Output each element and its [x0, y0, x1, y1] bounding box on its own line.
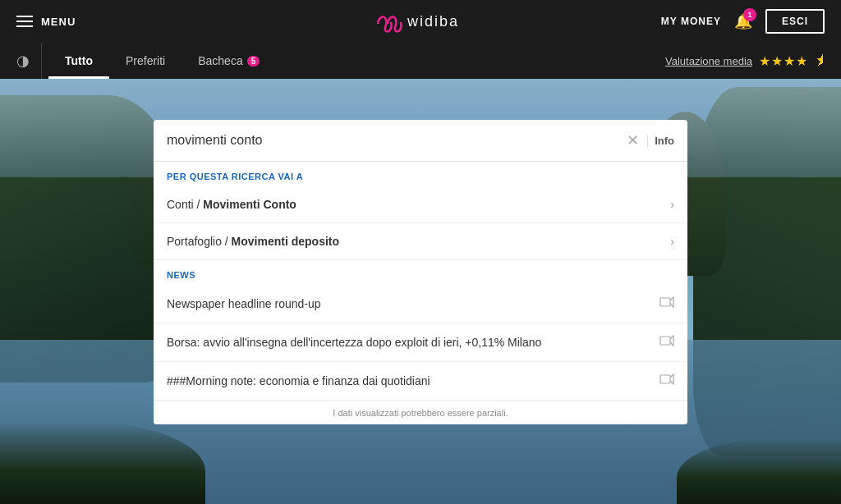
top-nav-right: MY MONEY 🔔 1 ESCI — [661, 9, 825, 34]
news-item-1[interactable]: Newspaper headline round-up — [154, 285, 687, 323]
news-share-icon-1 — [659, 296, 674, 312]
nav-result-portafoglio[interactable]: Portafoglio / Movimenti deposito › — [154, 223, 687, 260]
news-item-3[interactable]: ###Morning note: economia e finanza dai … — [154, 362, 687, 401]
search-overlay: ✕ Info PER QUESTA RICERCA VAI A Conti / … — [154, 120, 687, 424]
nav-result-conti[interactable]: Conti / Movimenti Conto › — [154, 186, 687, 223]
tab-preferiti[interactable]: Preferiti — [109, 43, 182, 79]
bacheca-badge: 5 — [247, 56, 260, 66]
nav-result-conti-text: Conti / Movimenti Conto — [167, 198, 670, 211]
tab-tutto[interactable]: Tutto — [48, 43, 109, 79]
news-item-2[interactable]: Borsa: avvio all'insegna dell'incertezza… — [154, 323, 687, 362]
search-results-panel: PER QUESTA RICERCA VAI A Conti / Movimen… — [154, 162, 687, 424]
stars-display: ★★★★ — [759, 53, 808, 69]
menu-button[interactable] — [16, 16, 33, 27]
news-share-icon-2 — [659, 334, 674, 351]
my-money-link[interactable]: MY MONEY — [661, 16, 721, 27]
logo: widiba — [371, 8, 470, 34]
secondary-navigation: ◑ Tutto Preferiti Bacheca 5 Valutazione … — [0, 43, 841, 79]
tab-bacheca[interactable]: Bacheca 5 — [182, 43, 276, 79]
news-section-header: NEWS — [154, 260, 687, 285]
navigation-section-header: PER QUESTA RICERCA VAI A — [154, 162, 687, 186]
top-navigation: MENU widiba MY MONEY 🔔 1 ESCI — [0, 0, 841, 43]
info-button[interactable]: Info — [647, 135, 674, 147]
exit-button[interactable]: ESCI — [765, 9, 825, 34]
disclaimer-text: I dati visualizzati potrebbero essere pa… — [154, 401, 687, 424]
search-clear-button[interactable]: ✕ — [627, 131, 639, 149]
palette-button[interactable]: ◑ — [13, 43, 42, 79]
star-half-icon: ⯨ — [815, 53, 828, 68]
search-input[interactable] — [167, 133, 618, 148]
svg-rect-1 — [660, 298, 670, 306]
top-nav-left: MENU — [16, 16, 76, 28]
svg-rect-2 — [660, 337, 670, 345]
logo-svg: widiba — [371, 8, 470, 34]
svg-rect-3 — [660, 375, 670, 383]
search-box: ✕ Info — [154, 120, 687, 162]
palette-icon: ◑ — [16, 52, 30, 70]
news-text-2: Borsa: avvio all'insegna dell'incertezza… — [167, 336, 659, 349]
rating-area: Valutazione media ★★★★ ⯨ — [665, 53, 828, 69]
chevron-right-icon: › — [670, 198, 674, 211]
news-share-icon-3 — [659, 373, 674, 389]
news-text-1: Newspaper headline round-up — [167, 297, 659, 310]
notifications-button[interactable]: 🔔 1 — [734, 12, 752, 30]
news-text-3: ###Morning note: economia e finanza dai … — [167, 374, 659, 387]
nav-tabs: Tutto Preferiti Bacheca 5 — [48, 43, 276, 79]
rating-label[interactable]: Valutazione media — [665, 55, 752, 67]
menu-label: MENU — [41, 16, 76, 28]
notifications-badge: 1 — [743, 8, 756, 21]
nav-result-portafoglio-text: Portafoglio / Movimenti deposito — [167, 235, 670, 248]
svg-text:widiba: widiba — [407, 13, 459, 30]
chevron-right-icon-2: › — [670, 235, 674, 248]
